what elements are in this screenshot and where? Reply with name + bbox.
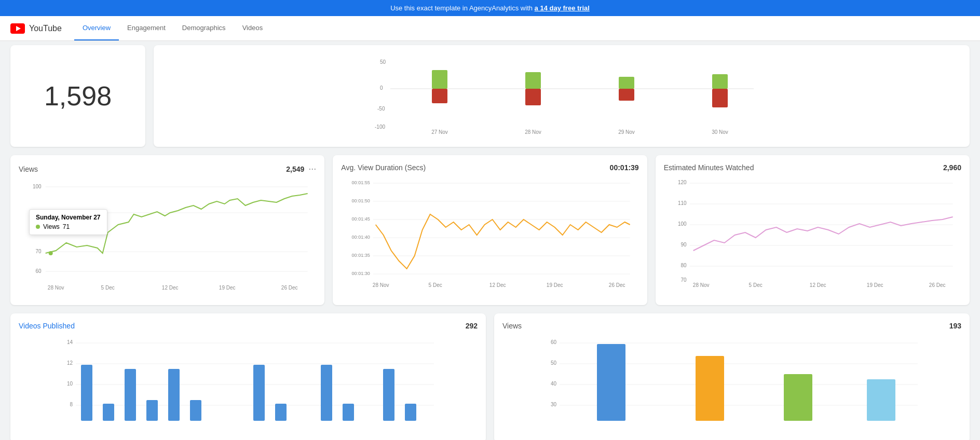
svg-rect-13 <box>619 77 634 89</box>
svg-text:00:01:35: 00:01:35 <box>352 253 370 258</box>
svg-text:12 Dec: 12 Dec <box>809 282 826 288</box>
svg-text:12: 12 <box>67 360 73 366</box>
big-number-card: 1,598 <box>10 45 145 147</box>
svg-text:19 Dec: 19 Dec <box>866 282 883 288</box>
svg-text:29 Nov: 29 Nov <box>618 129 635 135</box>
videos-published-title: Videos Published <box>19 322 75 330</box>
svg-rect-73 <box>81 365 92 421</box>
avg-view-chart-svg: 00:01:55 00:01:50 00:01:45 00:01:40 00:0… <box>341 178 638 292</box>
svg-text:0: 0 <box>380 85 383 91</box>
svg-text:5 Dec: 5 Dec <box>429 282 442 288</box>
svg-rect-81 <box>321 365 332 421</box>
svg-text:60: 60 <box>551 339 557 345</box>
top-partial-row: 1,598 50 0 -50 -100 27 Nov 28 Nov <box>10 41 970 147</box>
youtube-icon <box>10 23 25 34</box>
tab-overview[interactable]: Overview <box>74 16 119 40</box>
nav-logo-text: YouTube <box>29 24 62 33</box>
svg-text:30: 30 <box>551 402 557 407</box>
svg-text:60: 60 <box>36 268 42 274</box>
svg-text:12 Dec: 12 Dec <box>489 282 506 288</box>
svg-text:30 Nov: 30 Nov <box>712 129 728 135</box>
svg-text:-50: -50 <box>377 106 385 112</box>
est-minutes-value: 2,960 <box>943 163 961 172</box>
tooltip-row: Views 71 <box>36 223 101 230</box>
videos-published-value: 292 <box>466 322 478 330</box>
svg-text:70: 70 <box>36 249 42 254</box>
views-bottom-title: Views <box>502 322 522 330</box>
svg-text:50: 50 <box>551 360 557 366</box>
svg-rect-93 <box>597 344 625 421</box>
tab-engagement[interactable]: Engagement <box>119 16 174 40</box>
views-bottom-header: Views 193 <box>502 322 961 330</box>
svg-rect-14 <box>619 89 634 101</box>
svg-rect-76 <box>146 400 158 421</box>
svg-text:14: 14 <box>67 339 73 345</box>
svg-text:110: 110 <box>678 200 687 206</box>
views-bottom-value: 193 <box>949 322 961 330</box>
svg-rect-79 <box>253 365 265 421</box>
svg-text:00:01:50: 00:01:50 <box>352 198 370 203</box>
big-number-value: 1,598 <box>44 80 112 112</box>
svg-text:00:01:55: 00:01:55 <box>352 180 370 185</box>
est-minutes-card-header: Estimated Minutes Watched 2,960 <box>664 163 961 172</box>
svg-text:19 Dec: 19 Dec <box>219 285 236 291</box>
svg-rect-16 <box>712 74 728 89</box>
svg-rect-7 <box>432 70 447 89</box>
views-card-header: Views 2,549 ··· <box>19 163 316 174</box>
tooltip-label: Views <box>43 223 60 230</box>
views-chart-menu[interactable]: ··· <box>308 163 316 174</box>
svg-rect-8 <box>432 89 447 103</box>
views-tooltip-dot <box>49 251 53 255</box>
top-bar-chart-svg: 50 0 -50 -100 27 Nov 28 Nov 29 Nov <box>162 53 961 136</box>
trial-link[interactable]: a 14 day free trial <box>535 4 590 12</box>
svg-text:8: 8 <box>70 402 73 407</box>
svg-rect-95 <box>784 374 812 421</box>
tab-videos[interactable]: Videos <box>234 16 271 40</box>
svg-rect-78 <box>190 400 201 421</box>
svg-text:27 Nov: 27 Nov <box>431 129 448 135</box>
svg-text:100: 100 <box>33 184 42 189</box>
svg-text:100: 100 <box>678 221 687 227</box>
avg-view-value: 00:01:39 <box>610 163 639 172</box>
svg-text:12 Dec: 12 Dec <box>162 285 179 291</box>
svg-rect-11 <box>525 89 541 105</box>
bottom-row: Videos Published 292 14 12 10 8 <box>10 313 970 440</box>
videos-published-header: Videos Published 292 <box>19 322 478 330</box>
avg-view-card-header: Avg. View Duration (Secs) 00:01:39 <box>341 163 638 172</box>
tab-demographics[interactable]: Demographics <box>174 16 234 40</box>
views-chart-value: 2,549 <box>286 165 304 173</box>
svg-text:00:01:30: 00:01:30 <box>352 271 370 276</box>
svg-text:00:01:40: 00:01:40 <box>352 235 370 240</box>
est-minutes-chart-svg: 120 110 100 90 80 70 28 Nov 5 Dec 12 Dec… <box>664 178 961 292</box>
svg-text:26 Dec: 26 Dec <box>609 282 625 288</box>
svg-text:10: 10 <box>67 381 73 387</box>
videos-published-card: Videos Published 292 14 12 10 8 <box>10 313 486 440</box>
svg-text:-100: -100 <box>375 124 385 130</box>
svg-rect-77 <box>168 369 180 421</box>
svg-text:80: 80 <box>680 263 687 268</box>
avg-view-chart-card: Avg. View Duration (Secs) 00:01:39 00:01… <box>333 155 647 305</box>
views-chart-svg: 100 90 70 60 28 Nov 5 Dec <box>19 181 316 295</box>
svg-text:70: 70 <box>680 277 687 283</box>
svg-text:26 Dec: 26 Dec <box>929 282 945 288</box>
nav-logo: YouTube <box>10 23 62 34</box>
avg-view-title: Avg. View Duration (Secs) <box>341 163 426 172</box>
svg-rect-80 <box>275 404 287 421</box>
views-tooltip: Sunday, November 27 Views 71 <box>29 209 107 235</box>
views-chart-title: Views <box>19 165 38 173</box>
est-minutes-chart-card: Estimated Minutes Watched 2,960 120 110 … <box>656 155 970 305</box>
svg-text:5 Dec: 5 Dec <box>101 285 115 291</box>
svg-rect-10 <box>525 72 541 89</box>
svg-rect-17 <box>712 89 728 107</box>
svg-text:5 Dec: 5 Dec <box>748 282 762 288</box>
views-bottom-svg: 60 50 40 30 <box>502 336 961 432</box>
tooltip-value: 71 <box>63 223 70 230</box>
svg-rect-84 <box>405 404 416 421</box>
svg-text:28 Nov: 28 Nov <box>373 282 389 288</box>
svg-text:28 Nov: 28 Nov <box>692 282 709 288</box>
views-bottom-card: Views 193 60 50 40 30 <box>494 313 970 440</box>
svg-rect-96 <box>867 379 895 421</box>
main-content: 1,598 50 0 -50 -100 27 Nov 28 Nov <box>0 41 980 440</box>
svg-rect-94 <box>696 356 724 421</box>
svg-text:00:01:45: 00:01:45 <box>352 216 370 222</box>
